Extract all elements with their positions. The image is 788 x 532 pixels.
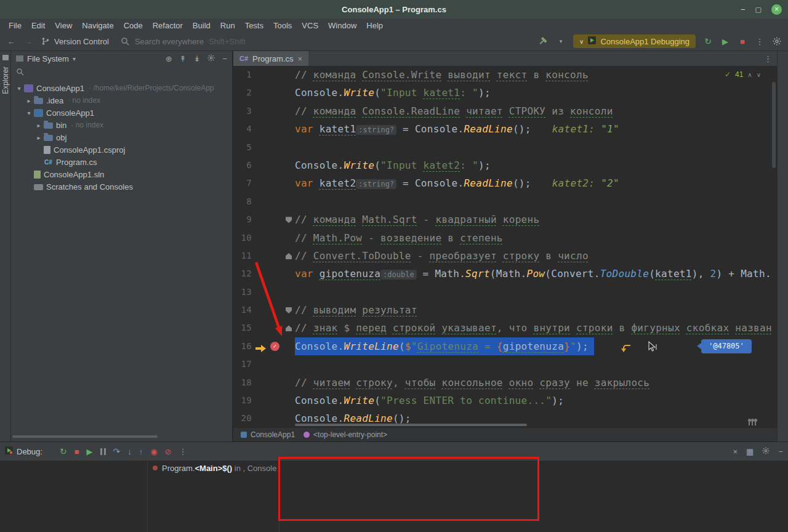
minimize-button[interactable]: − bbox=[741, 5, 746, 14]
code-line[interactable]: // команда Console.ReadLine читает СТРОК… bbox=[295, 102, 777, 120]
close-debug-icon[interactable]: × bbox=[733, 447, 738, 456]
next-problem-icon[interactable]: ∨ bbox=[757, 71, 761, 78]
step-over-icon[interactable]: ↷ bbox=[113, 446, 121, 456]
code-line[interactable]: // читаем строку, чтобы консольное окно … bbox=[295, 374, 777, 392]
breakpoint-icon[interactable]: ✓ bbox=[270, 342, 279, 351]
menu-item-run[interactable]: Run bbox=[215, 20, 240, 31]
inspections-widget[interactable]: ✓ 41 ∧ ∨ bbox=[725, 70, 761, 79]
fold-marker-icon[interactable] bbox=[286, 325, 292, 331]
step-out-icon[interactable]: ↑ bbox=[139, 447, 143, 456]
menu-item-view[interactable]: View bbox=[50, 20, 77, 31]
tabbar-kebab-icon[interactable]: ⋮ bbox=[764, 54, 772, 63]
gutter[interactable]: 19 bbox=[233, 392, 295, 409]
editor-horizontal-scrollbar[interactable] bbox=[295, 424, 527, 426]
fold-marker-icon[interactable] bbox=[286, 253, 292, 259]
gutter[interactable]: 15 bbox=[233, 319, 295, 337]
chevron-icon[interactable]: ▾ bbox=[25, 110, 33, 116]
gutter[interactable]: 20 bbox=[233, 409, 295, 427]
gutter[interactable]: 2 bbox=[233, 84, 295, 102]
gutter[interactable]: 14 bbox=[233, 301, 295, 319]
tab-close-icon[interactable]: × bbox=[298, 54, 303, 63]
gutter[interactable]: 17 bbox=[233, 355, 295, 373]
minimize-debug-icon[interactable]: − bbox=[778, 447, 783, 456]
layout-grid-icon[interactable]: ▦ bbox=[746, 447, 754, 456]
resume-icon[interactable]: ▶ bbox=[87, 447, 93, 456]
code-line[interactable]: var katet2:string? = Console.ReadLine();… bbox=[295, 174, 777, 192]
menu-item-refactor[interactable]: Refactor bbox=[148, 20, 188, 31]
tab-program-cs[interactable]: C# Program.cs × bbox=[233, 51, 308, 66]
tree-item[interactable]: ▸bin· no index bbox=[11, 119, 232, 131]
build-hammer-icon[interactable] bbox=[539, 37, 549, 46]
chevron-icon[interactable]: ▸ bbox=[34, 122, 43, 129]
tree-search-row[interactable] bbox=[11, 66, 232, 79]
gutter[interactable]: 5 bbox=[233, 139, 295, 156]
forward-icon[interactable]: → bbox=[23, 37, 33, 46]
resume-run-icon[interactable]: ▶ bbox=[720, 37, 730, 46]
code-line[interactable]: var katet1:string? = Console.ReadLine();… bbox=[295, 120, 777, 138]
tree-item[interactable]: ▸.idea· no index bbox=[11, 94, 232, 107]
tree-item[interactable]: ▾ConsoleApp1· /home/kei/RiderProjects/Co… bbox=[11, 82, 232, 94]
code-line[interactable] bbox=[295, 139, 777, 156]
stop-debug-icon[interactable]: ■ bbox=[74, 447, 79, 456]
code-line[interactable]: // Convert.ToDouble - преобразует строку… bbox=[295, 247, 777, 265]
build-dropdown-icon[interactable]: ▾ bbox=[556, 38, 566, 44]
locate-file-icon[interactable]: ⊕ bbox=[166, 54, 172, 63]
debug-kebab-icon[interactable]: ⋮ bbox=[179, 447, 187, 456]
menu-item-tools[interactable]: Tools bbox=[268, 20, 297, 31]
step-into-icon[interactable]: ↓ bbox=[127, 447, 132, 456]
pause-icon[interactable] bbox=[100, 448, 106, 455]
debug-window-label[interactable]: Debug: bbox=[5, 446, 42, 456]
tree-item[interactable]: ▸obj bbox=[11, 131, 232, 143]
menu-item-tests[interactable]: Tests bbox=[240, 20, 268, 31]
tool-tab-explorer[interactable]: Explorer bbox=[1, 66, 10, 94]
gutter[interactable]: 3 bbox=[233, 102, 295, 120]
tree-item[interactable]: ConsoleApp1.csproj bbox=[11, 143, 232, 156]
tree-item[interactable]: ▾ConsoleApp1 bbox=[11, 107, 232, 119]
menu-item-edit[interactable]: Edit bbox=[26, 20, 50, 31]
hide-panel-icon[interactable]: − bbox=[222, 54, 227, 63]
chevron-icon[interactable]: ▾ bbox=[15, 85, 23, 92]
chevron-icon[interactable]: ▸ bbox=[34, 134, 43, 141]
menu-item-help[interactable]: Help bbox=[361, 20, 388, 31]
editor-body[interactable]: 1// команда Console.Write выводит текст … bbox=[233, 66, 777, 428]
scope-selector[interactable]: File System bbox=[27, 54, 69, 63]
run-configuration-select[interactable]: ∨ ConsoleApp1 Debugging bbox=[573, 34, 696, 48]
maximize-button[interactable]: ▢ bbox=[755, 6, 762, 14]
debug-settings-gear-icon[interactable] bbox=[762, 447, 770, 456]
gutter[interactable]: 12 bbox=[233, 265, 295, 283]
gutter[interactable]: 4 bbox=[233, 120, 295, 138]
breadcrumb-item[interactable]: <top-level-entry-point> bbox=[304, 430, 387, 439]
settings-gear-icon[interactable] bbox=[772, 37, 782, 46]
panel-settings-gear-icon[interactable] bbox=[207, 54, 215, 63]
tree-item[interactable]: ConsoleApp1.sln bbox=[11, 168, 232, 180]
gutter[interactable]: 11 bbox=[233, 247, 295, 265]
chevron-icon[interactable]: ▸ bbox=[25, 97, 33, 104]
gutter[interactable]: 10 bbox=[233, 229, 295, 247]
collapse-all-icon[interactable]: ↟ bbox=[180, 54, 187, 63]
rerun-icon[interactable]: ↻ bbox=[703, 36, 713, 46]
code-line[interactable]: Console.Write("Input katet2: "); bbox=[295, 156, 777, 174]
gutter[interactable]: 6 bbox=[233, 156, 295, 174]
gutter[interactable]: 13 bbox=[233, 283, 295, 301]
view-breakpoints-icon[interactable]: ◉ bbox=[150, 447, 157, 456]
editor-vertical-scrollbar[interactable] bbox=[772, 82, 776, 168]
code-line[interactable]: // выводим результат bbox=[295, 301, 777, 319]
code-line[interactable]: Console.WriteLine($"Gipotenuza = {gipote… bbox=[295, 337, 777, 355]
code-line[interactable] bbox=[295, 283, 777, 301]
scope-chevron-icon[interactable]: ▾ bbox=[73, 55, 76, 62]
stack-frame-row[interactable]: Program.<Main>$() in , Console bbox=[148, 462, 279, 474]
toolbar-kebab-icon[interactable]: ⋮ bbox=[755, 37, 765, 46]
code-line[interactable]: Console.Write("Input katet1: "); bbox=[295, 84, 777, 102]
stop-icon[interactable]: ■ bbox=[738, 37, 747, 46]
back-icon[interactable]: ← bbox=[6, 37, 16, 46]
code-line[interactable] bbox=[295, 355, 777, 373]
menu-item-window[interactable]: Window bbox=[323, 20, 361, 31]
fold-marker-icon[interactable] bbox=[286, 217, 292, 223]
prev-problem-icon[interactable]: ∧ bbox=[747, 71, 752, 78]
breadcrumb-item[interactable]: ConsoleApp1 bbox=[241, 430, 295, 439]
gutter[interactable]: 9 bbox=[233, 211, 295, 228]
search-everywhere[interactable]: Search everywhere Shift+Shift bbox=[120, 37, 246, 46]
gutter[interactable]: 1 bbox=[233, 66, 295, 84]
tree-horizontal-scrollbar[interactable] bbox=[12, 435, 158, 438]
menu-item-navigate[interactable]: Navigate bbox=[77, 20, 118, 31]
